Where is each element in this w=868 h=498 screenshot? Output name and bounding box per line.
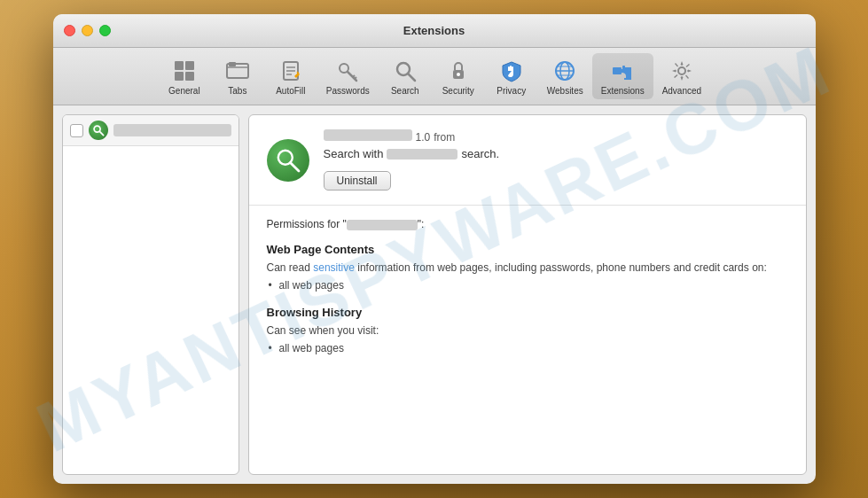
extensions-label: Extensions bbox=[601, 86, 645, 96]
search-with-suffix: search. bbox=[461, 147, 499, 160]
security-icon bbox=[444, 57, 473, 85]
perm-web-contents-title: Web Page Contents bbox=[267, 243, 788, 256]
svg-rect-5 bbox=[229, 62, 236, 66]
minimize-button[interactable] bbox=[82, 25, 93, 36]
svg-rect-25 bbox=[613, 67, 622, 74]
autofill-label: AutoFill bbox=[276, 86, 305, 96]
perm-web-contents-desc: Can read sensitive information from web … bbox=[267, 260, 788, 276]
perm-web-contents-item-1: all web pages bbox=[279, 279, 788, 292]
sensitive-link[interactable]: sensitive bbox=[313, 261, 355, 274]
svg-line-14 bbox=[353, 75, 355, 77]
sidebar-extension-icon bbox=[89, 121, 108, 140]
tabs-icon bbox=[223, 57, 252, 85]
tabs-label: Tabs bbox=[228, 86, 246, 96]
sidebar-header bbox=[63, 115, 239, 146]
extension-title-row: 1.0 from bbox=[324, 129, 500, 144]
traffic-lights bbox=[64, 25, 111, 36]
svg-rect-1 bbox=[185, 61, 194, 70]
uninstall-button[interactable]: Uninstall bbox=[324, 171, 391, 191]
title-bar: Extensions bbox=[53, 14, 816, 48]
websites-icon bbox=[551, 57, 579, 85]
passwords-label: Passwords bbox=[326, 86, 370, 96]
main-content: 1.0 from Search with search. Uninstall P… bbox=[53, 105, 816, 484]
perm-browsing-desc: Can see when you visit: bbox=[267, 323, 788, 338]
autofill-icon bbox=[277, 57, 305, 85]
svg-point-19 bbox=[457, 73, 460, 76]
permission-group-web-contents: Web Page Contents Can read sensitive inf… bbox=[267, 243, 788, 292]
extension-name-redacted bbox=[324, 129, 412, 141]
extension-icon-large bbox=[267, 139, 309, 182]
extensions-icon bbox=[608, 57, 637, 85]
svg-point-27 bbox=[678, 67, 685, 74]
privacy-icon bbox=[497, 57, 526, 85]
websites-label: Websites bbox=[547, 86, 583, 96]
perm-browsing-item-1: all web pages bbox=[279, 342, 788, 354]
perm-browsing-title: Browsing History bbox=[267, 306, 788, 319]
general-label: General bbox=[168, 86, 200, 96]
extension-checkbox[interactable] bbox=[70, 124, 83, 137]
search-toolbar-icon bbox=[391, 57, 419, 85]
advanced-icon bbox=[668, 57, 696, 85]
toolbar-item-privacy[interactable]: Privacy bbox=[485, 53, 538, 99]
extension-info: 1.0 from Search with search. Uninstall bbox=[324, 129, 500, 191]
window-title: Extensions bbox=[403, 24, 465, 37]
extension-from: from bbox=[434, 131, 455, 144]
svg-line-15 bbox=[355, 77, 356, 79]
permission-group-browsing-history: Browsing History Can see when you visit:… bbox=[267, 306, 788, 354]
svg-line-29 bbox=[99, 131, 103, 135]
sidebar bbox=[62, 114, 239, 475]
extension-search-with: Search with search. bbox=[324, 147, 500, 160]
toolbar-item-websites[interactable]: Websites bbox=[538, 53, 592, 99]
detail-panel: 1.0 from Search with search. Uninstall P… bbox=[248, 114, 807, 475]
svg-rect-26 bbox=[622, 66, 625, 71]
toolbar-item-search[interactable]: Search bbox=[379, 53, 432, 99]
toolbar-item-passwords[interactable]: Passwords bbox=[317, 53, 379, 99]
toolbar-item-advanced[interactable]: Advanced bbox=[653, 53, 710, 99]
permissions-section: Permissions for "": Web Page Contents Ca… bbox=[249, 206, 806, 474]
security-label: Security bbox=[442, 86, 474, 96]
toolbar: General Tabs bbox=[53, 48, 816, 105]
permissions-header-prefix: Permissions for " bbox=[267, 218, 347, 230]
permissions-title: Permissions for "": bbox=[267, 218, 788, 230]
sidebar-extension-name bbox=[113, 124, 231, 136]
sidebar-list bbox=[63, 146, 239, 474]
permissions-header-suffix: ": bbox=[418, 218, 425, 230]
passwords-icon bbox=[333, 57, 362, 85]
toolbar-item-extensions[interactable]: Extensions bbox=[592, 53, 653, 99]
svg-rect-3 bbox=[185, 72, 194, 81]
toolbar-item-security[interactable]: Security bbox=[432, 53, 485, 99]
perm-browsing-list: all web pages bbox=[267, 342, 788, 354]
svg-rect-0 bbox=[175, 61, 184, 70]
toolbar-item-tabs[interactable]: Tabs bbox=[211, 53, 264, 99]
toolbar-item-autofill[interactable]: AutoFill bbox=[264, 53, 317, 99]
window: Extensions General T bbox=[53, 14, 816, 484]
search-label: Search bbox=[391, 86, 419, 96]
svg-line-31 bbox=[290, 162, 299, 171]
search-with-prefix: Search with bbox=[324, 147, 384, 160]
extension-version: 1.0 bbox=[416, 131, 431, 144]
general-icon bbox=[170, 57, 199, 85]
perm-web-contents-list: all web pages bbox=[267, 279, 788, 292]
permissions-ext-name-redacted bbox=[347, 220, 418, 230]
toolbar-item-general[interactable]: General bbox=[158, 53, 211, 99]
extension-header: 1.0 from Search with search. Uninstall bbox=[249, 115, 806, 206]
extension-search-name-redacted bbox=[387, 149, 457, 160]
privacy-label: Privacy bbox=[497, 86, 526, 96]
maximize-button[interactable] bbox=[99, 25, 111, 36]
svg-line-17 bbox=[408, 74, 415, 81]
close-button[interactable] bbox=[64, 25, 75, 36]
svg-rect-2 bbox=[175, 72, 184, 81]
advanced-label: Advanced bbox=[662, 86, 701, 96]
